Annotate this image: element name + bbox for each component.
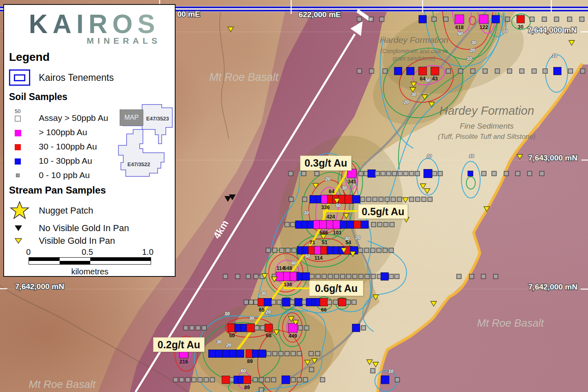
soil-sample-point xyxy=(438,172,443,176)
soil-sample-point xyxy=(468,171,473,176)
soil-sample-point xyxy=(255,326,259,330)
scale-bar xyxy=(29,257,151,265)
soil-sample-point xyxy=(328,274,333,279)
soil-sample-point xyxy=(432,172,437,176)
soil-sample-point xyxy=(543,69,548,74)
assay-value-label: 114 xyxy=(314,255,323,261)
soil-sample-point xyxy=(247,324,255,332)
magenta-swatch xyxy=(15,130,21,136)
soil-sample-point xyxy=(455,15,464,24)
soil-sample-point xyxy=(180,378,184,382)
logo-letter: I xyxy=(74,9,87,39)
soil-sample-point xyxy=(309,352,314,356)
assay-value-label: 65 xyxy=(259,307,265,313)
soil-sample-point xyxy=(371,248,375,253)
soil-sample-point xyxy=(285,352,290,356)
contour-value-label: 20 xyxy=(355,235,361,240)
logo-letter: O xyxy=(110,9,136,39)
assay-value-label: 336 xyxy=(321,205,330,210)
soil-sample-point xyxy=(216,350,223,358)
soil-sample-point xyxy=(258,350,266,358)
assay-value-label: 341 xyxy=(348,179,356,185)
soil-sample-point xyxy=(428,197,432,202)
soil-sample-point xyxy=(506,17,510,22)
geology-name-label: Fine Sediments xyxy=(460,122,514,130)
geology-name-label: (Tuff, Pisolite Tuff and Siltstone) xyxy=(438,133,535,140)
soil-sample-point xyxy=(392,172,397,176)
soil-sample-point xyxy=(368,170,376,178)
soil-sample-point xyxy=(259,388,264,392)
soil-sample-point xyxy=(377,248,381,253)
soil-sample-point xyxy=(359,248,363,253)
soil-sample-point xyxy=(334,274,339,279)
geology-name-label: (Conglomerate and coarse xyxy=(380,48,448,54)
grade-callout: 0.5g/t Au xyxy=(358,204,408,219)
contour-value-label: 10 xyxy=(552,53,557,58)
assay-value-label: 43 xyxy=(432,76,438,82)
soil-item-label: 10 - 30ppb Au xyxy=(39,156,92,166)
grade-callout: 0.6g/t Au xyxy=(309,281,363,296)
kairos-logo-wordmark: KAIROS xyxy=(20,9,165,39)
soil-sample-point xyxy=(581,69,585,74)
soil-sample-point xyxy=(229,350,237,358)
geology-name-label: grain sandstone) xyxy=(393,55,435,62)
soil-sample-point xyxy=(259,378,264,382)
soil-sample-point xyxy=(249,300,254,305)
soil-sample-point xyxy=(322,274,327,279)
soil-sample-point xyxy=(540,172,544,176)
contour-value-label: 30 xyxy=(249,316,254,321)
inset-map-extent-box: MAP xyxy=(120,109,143,126)
soil-sample-point xyxy=(223,350,230,358)
soil-sample-point xyxy=(339,298,346,306)
soil-sample-point xyxy=(273,352,277,356)
soil-sample-point xyxy=(415,172,420,176)
soil-sample-point xyxy=(367,197,371,202)
soil-sample-point xyxy=(267,352,271,356)
assay-value-label: 449 xyxy=(289,333,297,339)
soil-sample-point xyxy=(316,352,320,356)
scale-tick: 0.5 xyxy=(82,247,93,257)
soil-sample-point xyxy=(395,274,399,279)
soil-sample-point xyxy=(303,197,307,202)
contour-value-label: 20 xyxy=(470,48,475,53)
soil-sample-point xyxy=(334,300,338,305)
soil-sample-point xyxy=(481,274,486,279)
soil-item-label: 0 - 10 ppb Au xyxy=(39,170,90,180)
soil-sample-point xyxy=(190,326,194,330)
soil-sample-point xyxy=(381,376,389,384)
assay-value-label: 71 xyxy=(310,240,315,245)
assay-value-label: 101 xyxy=(333,230,342,236)
soil-sample-point xyxy=(352,300,356,305)
soil-sample-point xyxy=(353,274,357,279)
soil-sample-point xyxy=(297,378,302,382)
soil-sample-point xyxy=(482,172,486,176)
soil-sample-point xyxy=(327,300,332,305)
contour-value-label: 50 xyxy=(305,254,310,258)
soil-sample-point xyxy=(192,378,196,382)
grid-coordinate-label: 7,642,000 mN xyxy=(528,283,577,291)
tenement-label: Kairos Tenements xyxy=(39,72,114,83)
contour-value-label: 50 xyxy=(336,203,341,208)
soil-sample-point xyxy=(380,17,384,22)
soil-sample-point xyxy=(395,378,400,382)
soil-sample-point xyxy=(568,69,573,74)
soil-sample-point xyxy=(410,172,414,176)
assay-value-label: 30 xyxy=(518,24,523,30)
assay-value-label: 424 xyxy=(327,214,335,220)
contour-value-label: 50 xyxy=(425,78,431,82)
soil-sample-point xyxy=(394,67,402,75)
assay-note: 50 xyxy=(15,108,20,114)
soil-sample-point xyxy=(381,172,385,176)
assay-value-label: 648 xyxy=(284,265,292,271)
soil-sample-point xyxy=(290,300,295,305)
grid-coordinate-label: 00 mE xyxy=(177,10,200,18)
soil-sample-point xyxy=(204,378,209,382)
tenement-swatch-inner xyxy=(14,74,25,81)
soil-sample-point xyxy=(385,197,390,202)
soil-sample-point xyxy=(261,326,265,330)
stream-item-label: Visible Gold In Pan xyxy=(39,236,115,246)
soil-sample-point xyxy=(295,298,303,306)
soil-sample-point xyxy=(286,248,290,253)
scale-tick: 1.0 xyxy=(142,247,154,257)
assay-value-label: 89 xyxy=(247,359,253,364)
